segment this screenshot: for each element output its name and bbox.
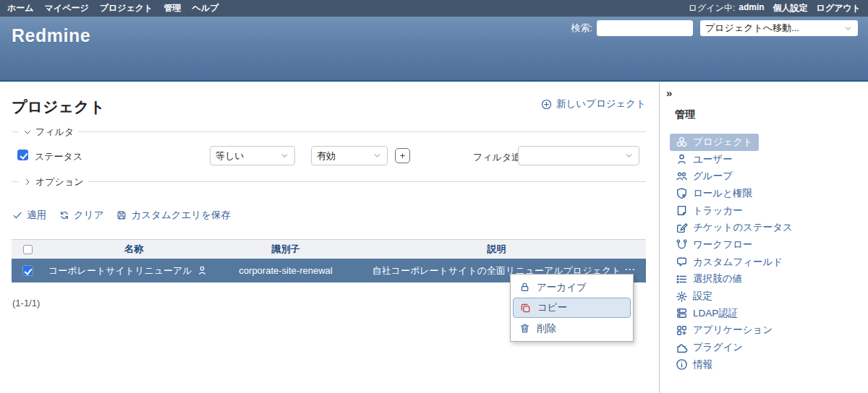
row-checkbox-cell <box>12 265 43 276</box>
plus-icon <box>398 151 407 160</box>
document-icon <box>676 204 688 217</box>
sidebar-title: 管理 <box>675 108 695 121</box>
shield-icon <box>676 187 688 199</box>
projects-icon <box>676 136 688 148</box>
filters-legend-toggle[interactable]: フィルタ <box>19 126 78 139</box>
column-header-identifier[interactable]: 識別子 <box>224 243 347 256</box>
page-title: プロジェクト <box>12 97 105 117</box>
status-operator-value: 等しい <box>216 150 244 163</box>
top-menu-home[interactable]: ホーム <box>7 2 34 14</box>
context-menu-delete[interactable]: 削除 <box>511 318 633 339</box>
sidebar-item-label: 選択肢の値 <box>693 272 742 285</box>
clear-button[interactable]: クリア <box>59 209 103 222</box>
chevron-down-icon <box>373 151 382 160</box>
sidebar-item-users[interactable]: ユーザー <box>670 151 861 168</box>
top-menu-help[interactable]: ヘルプ <box>192 2 218 14</box>
app-title[interactable]: Redmine <box>12 25 90 46</box>
account-menu: ログイン中: admin 個人設定 ログアウト <box>689 2 861 14</box>
pagination-info: (1-1/1) <box>12 298 40 308</box>
new-project-label: 新しいプロジェクト <box>556 98 646 111</box>
sidebar-item-projects[interactable]: プロジェクト <box>670 134 759 151</box>
top-menu-projects[interactable]: プロジェクト <box>100 2 153 14</box>
sidebar-item-label: ユーザー <box>693 153 733 166</box>
save-query-button[interactable]: カスタムクエリを保存 <box>116 209 231 222</box>
header-tools: 検索: プロジェクトへ移動... <box>571 20 858 36</box>
context-menu: アーカイブ コピー 削除 <box>510 274 634 342</box>
apps-icon <box>676 324 688 337</box>
context-menu-archive-label: アーカイブ <box>537 281 587 294</box>
my-account-link[interactable]: 個人設定 <box>773 2 808 14</box>
sidebar-item-enumerations[interactable]: 選択肢の値 <box>670 271 861 288</box>
table-header-checkbox-cell <box>12 245 43 254</box>
context-menu-archive[interactable]: アーカイブ <box>511 277 633 298</box>
status-value-select[interactable]: 有効 <box>311 146 388 165</box>
logout-link[interactable]: ログアウト <box>817 2 861 14</box>
sidebar-item-label: プロジェクト <box>693 136 753 149</box>
logged-in-username: admin <box>739 2 764 14</box>
apply-label: 適用 <box>27 209 46 222</box>
context-menu-copy[interactable]: コピー <box>513 298 631 318</box>
top-menu-bar: ホーム マイページ プロジェクト 管理 ヘルプ ログイン中: admin 個人設… <box>0 0 868 17</box>
group-icon <box>676 170 688 183</box>
lock-icon <box>519 282 530 293</box>
new-project-button[interactable]: 新しいプロジェクト <box>541 98 646 111</box>
workflow-icon <box>676 238 688 251</box>
edit-icon <box>676 222 688 234</box>
redmine-admin-projects-page: ホーム マイページ プロジェクト 管理 ヘルプ ログイン中: admin 個人設… <box>0 0 868 393</box>
server-icon <box>676 307 688 319</box>
user-icon <box>197 265 208 276</box>
puzzle-icon <box>676 342 688 354</box>
status-filter-checkbox[interactable] <box>17 150 28 160</box>
row-checkbox[interactable] <box>22 265 33 276</box>
search-input[interactable] <box>597 20 693 36</box>
sidebar-item-settings[interactable]: 設定 <box>670 288 861 305</box>
logged-in-as: ログイン中: admin <box>689 2 765 14</box>
top-menu-my-page[interactable]: マイページ <box>45 2 89 14</box>
sidebar-item-trackers[interactable]: トラッカー <box>670 202 861 220</box>
column-header-name[interactable]: 名称 <box>43 243 224 256</box>
sidebar-item-issue-statuses[interactable]: チケットのステータス <box>670 219 861 236</box>
sidebar-item-label: 設定 <box>693 290 712 303</box>
sidebar-item-label: グループ <box>693 170 733 183</box>
trash-icon <box>519 323 530 334</box>
project-jump-select[interactable]: プロジェクトへ移動... <box>700 20 858 36</box>
add-filter-value-button[interactable] <box>395 148 410 163</box>
sidebar-item-applications[interactable]: アプリケーション <box>670 322 861 340</box>
chevron-right-icon <box>23 178 32 186</box>
sidebar-item-information[interactable]: 情報 <box>670 356 861 373</box>
sidebar-item-label: ワークフロー <box>693 238 752 251</box>
sidebar-item-roles[interactable]: ロールと権限 <box>670 185 861 202</box>
info-icon <box>676 358 688 371</box>
project-name-link[interactable]: コーポレートサイトリニューアル <box>48 264 192 277</box>
top-menu-administration[interactable]: 管理 <box>163 2 181 14</box>
save-icon <box>116 210 127 220</box>
select-all-checkbox[interactable] <box>23 245 33 254</box>
project-identifier-cell: corporate-site-renewal <box>224 265 347 276</box>
options-legend-toggle[interactable]: オプション <box>19 176 88 189</box>
main-content: プロジェクト 新しいプロジェクト フィルタ ステータス 等しい 有効 <box>0 83 659 393</box>
sidebar-item-label: トラッカー <box>693 204 743 217</box>
circle-plus-icon <box>541 99 552 110</box>
sidebar-item-ldap[interactable]: LDAP認証 <box>670 305 861 322</box>
apply-button[interactable]: 適用 <box>12 209 46 222</box>
list-icon <box>676 273 688 285</box>
top-menu: ホーム マイページ プロジェクト 管理 ヘルプ <box>7 2 218 14</box>
check-icon <box>12 210 22 220</box>
options-fieldset: オプション <box>12 181 646 182</box>
sidebar-collapse-toggle[interactable]: » <box>666 87 672 99</box>
status-operator-select[interactable]: 等しい <box>210 146 295 165</box>
add-filter-select[interactable] <box>518 146 639 165</box>
sidebar-item-custom-fields[interactable]: カスタムフィールド <box>670 254 861 271</box>
gear-icon <box>676 290 688 303</box>
sidebar-item-plugins[interactable]: プラグイン <box>670 339 861 356</box>
chevron-down-icon <box>624 151 634 160</box>
sidebar-item-label: ロールと権限 <box>693 187 752 200</box>
sidebar-item-label: プラグイン <box>693 341 743 354</box>
chevron-down-icon <box>843 24 853 33</box>
user-icon <box>676 153 688 165</box>
column-header-description[interactable]: 説明 <box>347 243 646 256</box>
search-label: 検索: <box>571 22 592 35</box>
project-jump-value: プロジェクトへ移動... <box>705 22 799 35</box>
sidebar-item-groups[interactable]: グループ <box>670 168 861 185</box>
sidebar-item-workflows[interactable]: ワークフロー <box>670 236 861 254</box>
